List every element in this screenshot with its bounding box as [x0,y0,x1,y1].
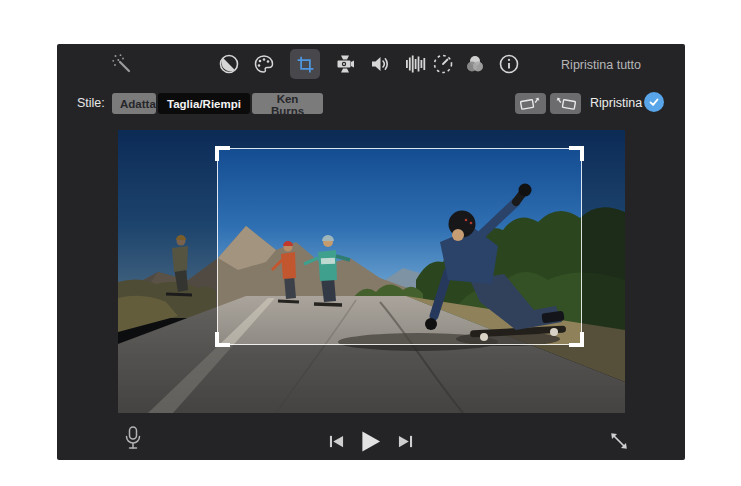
color-correction-button[interactable] [252,52,276,76]
crop-selection[interactable] [217,148,582,345]
noise-equalizer-button[interactable] [403,52,427,76]
style-option-ken-burns[interactable]: Ken Burns [252,93,323,114]
crop-handle-top-right[interactable] [569,146,584,161]
rotate-clockwise-icon [552,95,579,113]
screen: Ripristina tutto Stile: Adatta Taglia/Ri… [0,0,741,486]
crop-handle-bottom-right[interactable] [569,332,584,347]
skip-forward-icon [397,434,414,449]
rotate-clockwise-button[interactable] [550,93,581,114]
expand-viewer-button[interactable] [607,428,632,453]
color-balance-button[interactable] [217,52,241,76]
playback-controls [57,422,685,460]
style-option-adatta[interactable]: Adatta [112,93,156,114]
crop-handle-top-left[interactable] [215,146,230,161]
info-button[interactable] [497,52,521,76]
style-segmented-control: Adatta Taglia/Riempi Ken Burns [112,93,323,114]
reset-all-button[interactable]: Ripristina tutto [561,44,641,86]
clip-filter-circles-icon [463,52,487,76]
skip-back-button[interactable] [328,434,345,449]
play-icon [360,430,382,453]
crop-button-active[interactable] [290,49,320,79]
crop-icon [295,54,316,75]
magic-wand-icon [110,52,134,76]
info-icon [497,52,521,76]
speed-gauge-icon [431,52,455,76]
stabilization-button[interactable] [333,52,357,76]
clip-filter-button[interactable] [463,52,487,76]
adjust-toolbar: Ripristina tutto [57,44,685,86]
noise-equalizer-bars-icon [403,52,427,76]
video-viewer [118,130,625,413]
crop-handle-bottom-left[interactable] [215,332,230,347]
rotate-counterclockwise-icon [517,95,544,113]
reset-crop-label: Ripristina [590,96,642,110]
skip-back-icon [328,434,345,449]
play-button[interactable] [360,430,382,453]
volume-button[interactable] [368,52,392,76]
checkmark-icon [647,95,661,109]
crop-style-row: Stile: Adatta Taglia/Riempi Ken Burns [57,92,685,115]
skip-forward-button[interactable] [397,434,414,449]
apply-crop-button[interactable] [644,92,664,112]
speed-button[interactable] [431,52,455,76]
style-option-taglia-riempi[interactable]: Taglia/Riempi [158,93,250,114]
volume-icon [368,52,392,76]
transport-bar [57,422,685,460]
enhance-button[interactable] [110,52,134,76]
rotate-counterclockwise-button[interactable] [515,93,546,114]
color-balance-icon [217,52,241,76]
expand-diagonal-icon [607,429,631,453]
adjustments-panel: Ripristina tutto Stile: Adatta Taglia/Ri… [57,44,685,460]
style-label: Stile: [77,96,105,110]
stabilization-camera-icon [333,52,357,76]
color-correction-palette-icon [252,52,276,76]
